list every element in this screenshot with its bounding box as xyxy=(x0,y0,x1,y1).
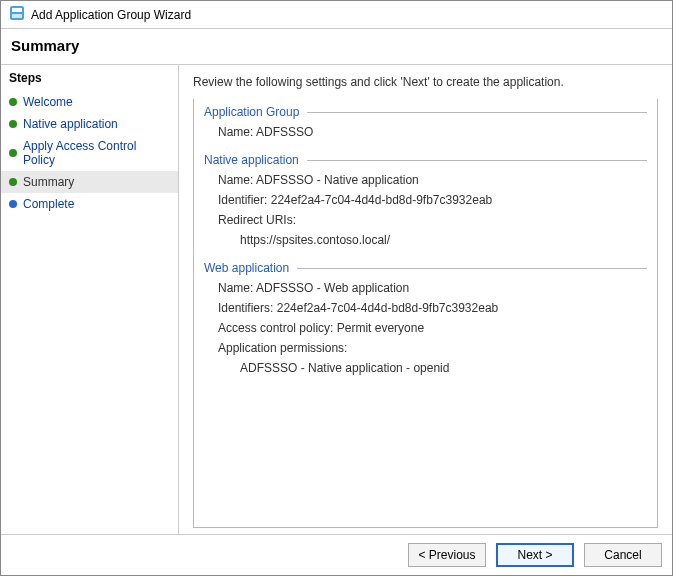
step-access-control-policy[interactable]: Apply Access Control Policy xyxy=(1,135,178,171)
web-name: NameADFSSSO - Web application xyxy=(204,277,647,297)
window-title: Add Application Group Wizard xyxy=(31,8,191,22)
step-label: Apply Access Control Policy xyxy=(23,139,170,167)
field-value: ADFSSSO - Web application xyxy=(256,281,409,295)
summary-panel: Application Group NameADFSSSO Native app… xyxy=(193,99,658,528)
section-title: Application Group xyxy=(204,105,299,119)
field-label: Name xyxy=(218,125,256,139)
native-redirect-label: Redirect URIs: xyxy=(204,209,647,229)
field-label: Name xyxy=(218,281,256,295)
svg-rect-1 xyxy=(12,8,22,12)
cancel-button[interactable]: Cancel xyxy=(584,543,662,567)
titlebar: Add Application Group Wizard xyxy=(1,1,672,29)
section-divider xyxy=(307,112,647,113)
section-divider xyxy=(297,268,647,269)
steps-sidebar: Steps Welcome Native application Apply A… xyxy=(1,65,179,534)
next-button[interactable]: Next > xyxy=(496,543,574,567)
field-label: Identifier xyxy=(218,193,271,207)
bullet-current-icon xyxy=(9,178,17,186)
field-value: Permit everyone xyxy=(337,321,424,335)
page-title: Summary xyxy=(1,29,672,65)
previous-button[interactable]: < Previous xyxy=(408,543,486,567)
app-icon xyxy=(9,5,25,24)
bullet-done-icon xyxy=(9,98,17,106)
native-name: NameADFSSSO - Native application xyxy=(204,169,647,189)
step-label: Welcome xyxy=(23,95,73,109)
steps-heading: Steps xyxy=(1,69,178,91)
field-value: ADFSSSO xyxy=(256,125,313,139)
step-complete[interactable]: Complete xyxy=(1,193,178,215)
wizard-footer: < Previous Next > Cancel xyxy=(1,534,672,575)
step-label: Complete xyxy=(23,197,74,211)
native-identifier: Identifier224ef2a4-7c04-4d4d-bd8d-9fb7c3… xyxy=(204,189,647,209)
section-title: Native application xyxy=(204,153,299,167)
native-redirect-value: https://spsites.contoso.local/ xyxy=(204,229,647,249)
web-identifiers: Identifiers224ef2a4-7c04-4d4d-bd8d-9fb7c… xyxy=(204,297,647,317)
step-welcome[interactable]: Welcome xyxy=(1,91,178,113)
field-value: ADFSSSO - Native application xyxy=(256,173,419,187)
bullet-pending-icon xyxy=(9,200,17,208)
section-divider xyxy=(307,160,647,161)
step-label: Summary xyxy=(23,175,74,189)
field-label: Access control policy xyxy=(218,321,337,335)
web-access-control-policy: Access control policyPermit everyone xyxy=(204,317,647,337)
step-summary[interactable]: Summary xyxy=(1,171,178,193)
bullet-done-icon xyxy=(9,149,17,157)
svg-rect-2 xyxy=(12,14,22,18)
step-native-application[interactable]: Native application xyxy=(1,113,178,135)
step-label: Native application xyxy=(23,117,118,131)
bullet-done-icon xyxy=(9,120,17,128)
web-permissions-value: ADFSSSO - Native application - openid xyxy=(204,357,647,377)
section-header-app-group: Application Group xyxy=(204,105,647,119)
section-title: Web application xyxy=(204,261,289,275)
field-label: Identifiers xyxy=(218,301,277,315)
instruction-text: Review the following settings and click … xyxy=(193,75,658,89)
field-label: Name xyxy=(218,173,256,187)
section-header-native: Native application xyxy=(204,153,647,167)
app-group-name: NameADFSSSO xyxy=(204,121,647,141)
field-value: 224ef2a4-7c04-4d4d-bd8d-9fb7c3932eab xyxy=(277,301,499,315)
web-permissions-label: Application permissions: xyxy=(204,337,647,357)
field-value: 224ef2a4-7c04-4d4d-bd8d-9fb7c3932eab xyxy=(271,193,493,207)
section-header-web: Web application xyxy=(204,261,647,275)
